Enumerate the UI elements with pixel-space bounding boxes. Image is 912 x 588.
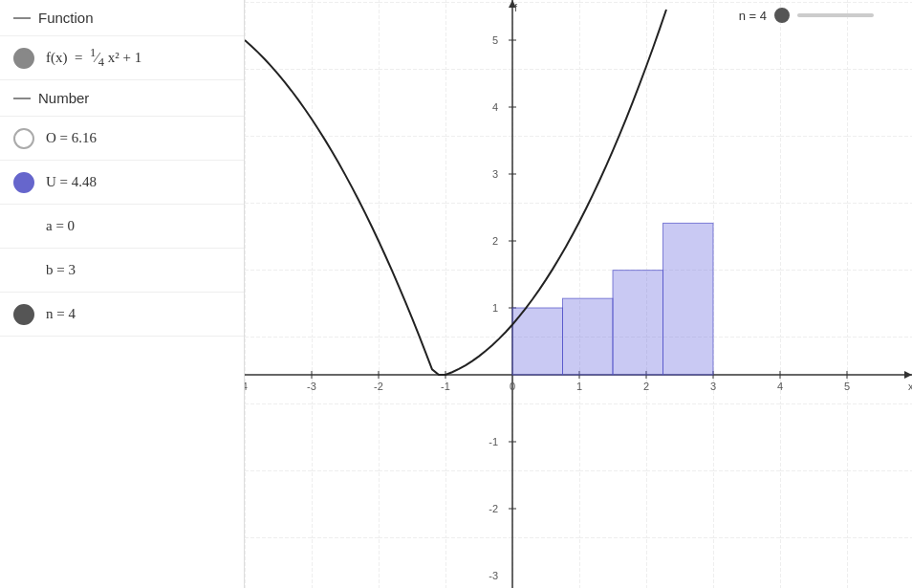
sidebar: Function f(x) = 1⁄4 x² + 1 Number O = 6.… <box>0 0 245 588</box>
svg-text:0: 0 <box>510 381 515 392</box>
function-section-line <box>13 17 31 19</box>
svg-text:1: 1 <box>576 381 582 392</box>
function-section-header: Function <box>0 0 244 36</box>
graph-svg: x f -4 -3 -2 -1 0 1 2 3 4 5 5 4 3 2 1 -1 <box>245 0 912 588</box>
graph-area: n = 4 x f -4 -3 -2 <box>245 0 912 588</box>
svg-text:3: 3 <box>492 168 498 180</box>
rect-3 <box>663 223 714 375</box>
svg-text:-2: -2 <box>374 381 383 392</box>
svg-rect-0 <box>245 0 912 588</box>
rect-1 <box>563 298 614 375</box>
svg-text:5: 5 <box>492 34 498 46</box>
function-section-label: Function <box>38 10 94 26</box>
rect-0 <box>512 308 563 375</box>
svg-text:4: 4 <box>492 101 498 113</box>
O-label: O = 6.16 <box>46 130 97 146</box>
svg-text:2: 2 <box>643 381 649 392</box>
n-label: n = 4 <box>46 306 76 322</box>
formula-icon[interactable] <box>13 48 34 69</box>
number-section-line <box>13 98 31 99</box>
a-label: a = 0 <box>46 218 75 234</box>
a-row: a = 0 <box>0 205 244 249</box>
svg-text:-4: -4 <box>245 381 248 392</box>
U-row: U = 4.48 <box>0 161 244 205</box>
number-section-header: Number <box>0 80 244 117</box>
n-icon[interactable] <box>13 304 34 325</box>
svg-text:3: 3 <box>710 381 716 392</box>
b-row: b = 3 <box>0 249 244 293</box>
svg-text:5: 5 <box>844 381 850 392</box>
svg-text:-3: -3 <box>489 570 498 581</box>
slider-track[interactable] <box>797 13 874 17</box>
n-row: n = 4 <box>0 293 244 337</box>
formula-row: f(x) = 1⁄4 x² + 1 <box>0 36 244 80</box>
rect-2 <box>613 271 663 375</box>
slider-thumb-icon <box>774 8 790 23</box>
svg-text:4: 4 <box>777 381 783 392</box>
O-icon[interactable] <box>13 128 34 149</box>
svg-text:x: x <box>908 381 912 392</box>
formula-label: f(x) = 1⁄4 x² + 1 <box>46 46 141 70</box>
svg-text:-1: -1 <box>441 381 450 392</box>
b-label: b = 3 <box>46 262 76 278</box>
slider-label: n = 4 <box>739 9 767 23</box>
O-row: O = 6.16 <box>0 117 244 161</box>
svg-text:-2: -2 <box>489 503 498 514</box>
U-icon[interactable] <box>13 172 34 193</box>
svg-text:-1: -1 <box>489 436 498 447</box>
slider-container: n = 4 <box>739 8 874 23</box>
svg-text:-3: -3 <box>307 381 316 392</box>
svg-text:2: 2 <box>492 235 498 247</box>
number-section-label: Number <box>38 90 89 106</box>
svg-text:1: 1 <box>492 302 498 314</box>
U-label: U = 4.48 <box>46 174 97 190</box>
